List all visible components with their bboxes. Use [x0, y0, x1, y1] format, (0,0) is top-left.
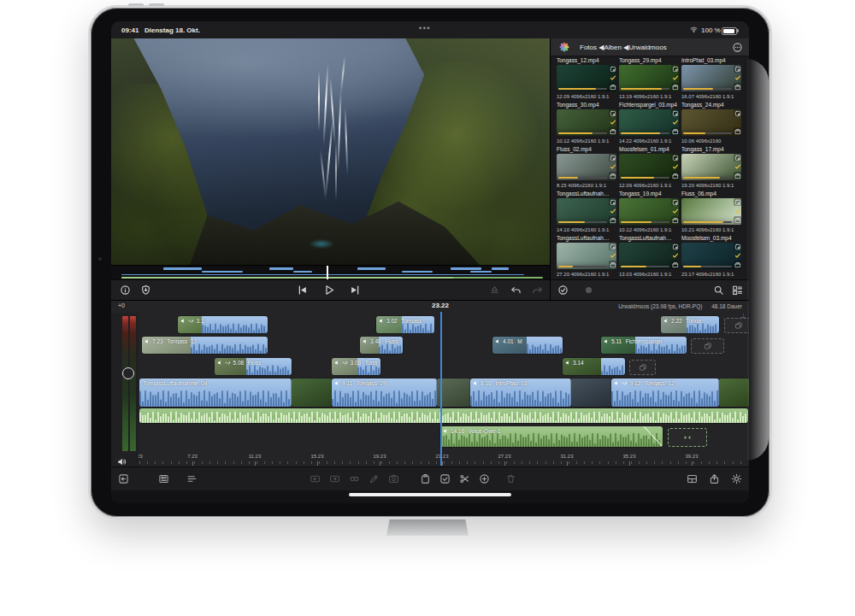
link-icon[interactable]	[349, 473, 360, 484]
preview-progress	[558, 132, 607, 134]
preview-progress	[558, 177, 607, 179]
media-clip[interactable]: Tongass_24.mp410.06 4096x2160	[681, 102, 741, 144]
media-clip[interactable]: Tongass_12.mp412.09 4096x2160 1.9:1	[557, 57, 616, 99]
skip-forward-icon[interactable]	[349, 284, 362, 296]
storage-box-icon	[671, 261, 679, 268]
ruler-tick	[592, 461, 593, 464]
shield-icon[interactable]	[140, 285, 151, 296]
check-circle-icon[interactable]	[557, 285, 569, 296]
volume-icon[interactable]	[117, 455, 127, 467]
undo-icon[interactable]	[510, 285, 522, 296]
voiceover-clip[interactable]: 14.16Voice-Over-1	[440, 426, 663, 447]
audio-level-knob[interactable]	[122, 367, 134, 379]
add-icon[interactable]	[479, 473, 490, 484]
clip-label: TongassLuftaufnahme_04	[142, 380, 292, 386]
redo-icon[interactable]	[532, 285, 543, 296]
home-indicator[interactable]	[349, 493, 511, 497]
search-icon[interactable]	[713, 285, 724, 296]
ruler-tick	[421, 461, 422, 464]
media-clip[interactable]: Moosfelsen_01.mp412.09 4096x2160 1.9:1	[619, 146, 679, 188]
timeline-clip[interactable]: 2.22Tonga	[661, 316, 719, 333]
ruler-tick	[701, 461, 702, 464]
timeline-clip[interactable]: 3.08Tong	[332, 358, 380, 375]
timeline-thumbnail[interactable]	[719, 378, 749, 407]
overview-playhead[interactable]	[327, 266, 328, 280]
timeline-clip[interactable]: 5.08Fluss	[215, 358, 292, 375]
timeline-clip[interactable]: TongassLuftaufnahme_04	[139, 378, 292, 407]
timeline-clip[interactable]: 5.11Fichtenspargel	[601, 337, 687, 354]
ruler-tick	[194, 461, 195, 464]
used-check-icon	[671, 119, 679, 126]
film-badge-icon	[671, 109, 679, 117]
media-clip[interactable]: Fichtenspargel_03.mp414.22 4096x2160 1.9…	[619, 102, 679, 144]
preview-progress	[621, 221, 669, 223]
clock: 09:41	[121, 26, 139, 34]
multitask-dots-icon[interactable]: •••	[419, 24, 431, 32]
info-icon[interactable]	[120, 285, 131, 296]
timeline-thumbnail[interactable]	[571, 378, 611, 407]
media-clip[interactable]: Fluss_02.mp48.15 4096x2160 1.9:1	[557, 146, 616, 188]
timeline-clip[interactable]: 7.23Tongass_17	[142, 337, 268, 354]
fade-out-handle[interactable]	[644, 426, 663, 447]
project-info: Urwaldmoos (23.98 fps, HDR-PQ) 48.18 Dau…	[618, 303, 742, 309]
storage-box-icon	[671, 172, 679, 179]
timeline-clip[interactable]: 4.01M	[492, 337, 563, 354]
settings-icon[interactable]	[731, 473, 742, 484]
timeline-clip[interactable]: 8.16IntroPfad_03	[470, 378, 571, 407]
ruler-tick	[716, 461, 717, 464]
panels-icon[interactable]	[687, 473, 698, 484]
media-clip[interactable]: TongassLuftaufnah…14.10 4096x2160 1.9:1	[557, 191, 616, 232]
media-clip[interactable]: Tongass_29.mp413.19 4096x2160 1.9:1	[619, 57, 679, 99]
used-check-icon	[671, 252, 679, 260]
timeline-clip[interactable]: 3.02Tongass	[376, 316, 434, 333]
media-clip[interactable]: Moosfelsen_03.mp423.17 4096x2160 1.9:1	[681, 235, 741, 277]
clip-label: 7.23Tongass_17	[144, 338, 268, 344]
record-circle-icon[interactable]	[583, 285, 594, 296]
share-icon[interactable]	[709, 473, 720, 484]
media-clip[interactable]: Tongass_19.mp410.12 4096x2160 1.9:1	[619, 191, 679, 232]
ruler-tick	[436, 461, 437, 464]
media-clip[interactable]: IntroPfad_03.mp416.07 4096x2160 1.9:1	[681, 57, 741, 99]
trash-icon[interactable]	[505, 473, 516, 484]
ruler-tick	[404, 461, 405, 464]
storyboard-icon[interactable]	[158, 473, 169, 484]
pencil-icon[interactable]	[369, 473, 380, 484]
overview-clip-bar	[269, 267, 293, 270]
timeline-clip[interactable]: 3.48Fluss	[360, 337, 403, 354]
timeline-overview-scrubber[interactable]	[111, 265, 550, 280]
thumbnails-icon[interactable]	[732, 285, 743, 296]
paste-icon[interactable]	[420, 473, 431, 484]
import-icon[interactable]	[118, 473, 129, 484]
media-clip[interactable]: Tongass_17.mp419.20 4096x2160 1.9:1	[681, 146, 741, 188]
media-clip[interactable]: Fluss_06.mp410.21 4096x2160 1.9:1	[681, 191, 741, 232]
music-clip[interactable]	[139, 408, 748, 423]
scissors-icon[interactable]	[459, 473, 470, 484]
preview-progress	[683, 88, 732, 90]
timeline-thumbnail[interactable]	[437, 378, 470, 407]
select-icon[interactable]	[439, 473, 451, 484]
camera-icon[interactable]	[388, 473, 399, 484]
timeline-clip[interactable]: 9.12Tongass_12	[611, 378, 719, 407]
skip-back-icon[interactable]	[296, 284, 309, 296]
clip-ghost[interactable]	[629, 360, 656, 375]
ruler-tick	[451, 461, 452, 464]
timeline-clip[interactable]: 9.11Tongass_29	[332, 378, 437, 407]
timeline-clip[interactable]: 3.14	[563, 358, 625, 375]
preview-progress	[621, 132, 669, 134]
media-clip[interactable]: TongassLuftaufnah…27.20 4096x2160 1.9:1	[557, 235, 616, 277]
clip-ghost[interactable]	[691, 338, 724, 354]
clip-ghost[interactable]	[724, 318, 749, 333]
timeline-clip[interactable]: 3.1	[178, 316, 268, 333]
media-clip[interactable]: Tongass_30.mp410.12 4096x2160 1.9:1	[557, 102, 616, 144]
gap-ghost[interactable]	[668, 428, 707, 447]
tracks-icon[interactable]	[186, 473, 198, 484]
video-preview[interactable]	[111, 38, 550, 265]
insert-left-icon[interactable]	[310, 473, 321, 484]
ruler-tick	[693, 461, 694, 464]
timeline-thumbnail[interactable]	[292, 378, 332, 407]
play-icon[interactable]	[322, 284, 335, 296]
eject-icon[interactable]	[489, 285, 500, 296]
media-clip[interactable]: TongassLuftaufnah…13.03 4096x2160 1.9:1	[619, 235, 679, 277]
timeline-playhead[interactable]	[440, 312, 442, 466]
insert-right-icon[interactable]	[329, 473, 340, 484]
